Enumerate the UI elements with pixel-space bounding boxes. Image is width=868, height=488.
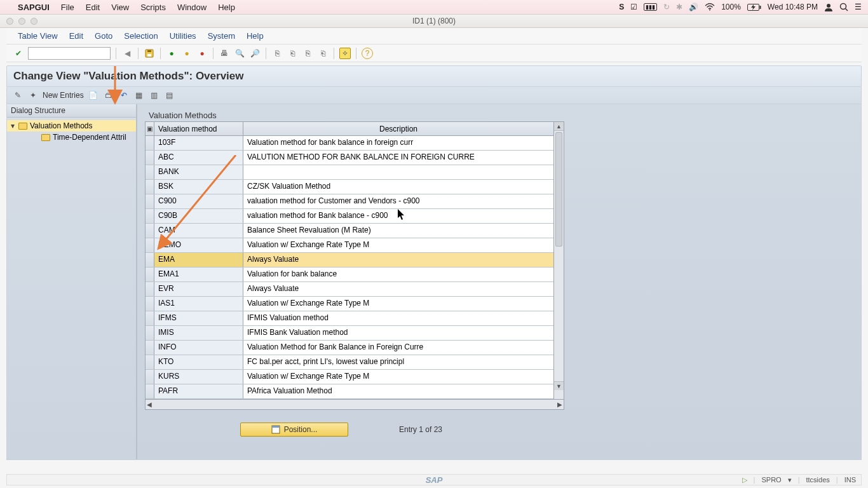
battery-icon[interactable]: [747, 4, 761, 11]
sap-menu-system[interactable]: System: [208, 31, 235, 41]
delete-icon[interactable]: 🗀: [103, 90, 114, 101]
bluetooth-icon[interactable]: ✱: [676, 3, 682, 11]
table-row[interactable]: KURSValuation w/ Exchange Rate Type M: [146, 370, 553, 384]
sap-menu-utilities[interactable]: Utilities: [170, 31, 196, 41]
cell-description[interactable]: Always Valuate: [243, 282, 553, 296]
row-selector[interactable]: [146, 370, 154, 384]
table-row[interactable]: BSKCZ/SK Valuation Method: [146, 180, 553, 194]
cell-description[interactable]: IFMIS Valuation method: [243, 311, 553, 325]
clock[interactable]: Wed 10:48 PM: [768, 3, 818, 11]
mac-menu-scripts[interactable]: Scripts: [140, 3, 166, 12]
row-selector[interactable]: [146, 238, 154, 252]
s-icon[interactable]: S: [619, 3, 624, 11]
cell-description[interactable]: valuation method for Customer and Vendor…: [243, 194, 553, 208]
cell-valuation-method[interactable]: C900: [154, 194, 243, 208]
cell-description[interactable]: IFMIS Bank Valuation method: [243, 326, 553, 340]
tree-node-time-dependent[interactable]: ▸ Time-Dependent Attril: [7, 132, 136, 143]
table-row[interactable]: BANK: [146, 165, 553, 180]
row-selector[interactable]: [146, 282, 154, 296]
ok-code-input[interactable]: [28, 47, 111, 60]
zoom-window-icon[interactable]: [31, 18, 37, 25]
checkbox-icon[interactable]: ☑︎: [630, 3, 637, 11]
row-selector[interactable]: [146, 209, 154, 223]
dropdown-icon[interactable]: ▾: [788, 476, 792, 484]
row-selector[interactable]: [146, 151, 154, 165]
menu-icon[interactable]: ☰: [855, 3, 862, 11]
row-selector[interactable]: [146, 384, 154, 398]
table-row[interactable]: ABCVALUTION METHOD FOR BANK BALANCE IN F…: [146, 151, 553, 165]
mac-menu-window[interactable]: Window: [177, 3, 207, 12]
mac-menu-file[interactable]: File: [61, 3, 74, 12]
cell-description[interactable]: FC bal.per acct, print LI's, lowest valu…: [243, 355, 553, 369]
cell-description[interactable]: VALUTION METHOD FOR BANK BALANCE IN FORE…: [243, 151, 553, 165]
row-selector[interactable]: [146, 253, 154, 267]
help-icon[interactable]: ?: [362, 48, 373, 59]
mac-menu-view[interactable]: View: [111, 3, 129, 12]
status-tcode[interactable]: SPRO: [761, 476, 781, 484]
wifi-icon[interactable]: [705, 3, 715, 11]
cell-valuation-method[interactable]: KURS: [154, 370, 243, 384]
deselect-all-icon[interactable]: ▥: [149, 90, 160, 101]
cell-description[interactable]: Valuation Method for Bank Balance in For…: [243, 341, 553, 355]
window-controls[interactable]: [6, 18, 37, 25]
cell-valuation-method[interactable]: BSK: [154, 180, 243, 194]
table-row[interactable]: DEMOValuation w/ Exchange Rate Type M: [146, 238, 553, 253]
cancel-icon[interactable]: ●: [196, 48, 208, 59]
enter-icon[interactable]: ✔: [13, 48, 24, 59]
exit-icon[interactable]: ●: [181, 48, 193, 59]
cell-description[interactable]: Valuation w/ Exchange Rate Type M: [243, 238, 553, 252]
battery-icon-box[interactable]: ▮▮▮: [644, 3, 657, 11]
mac-menu-help[interactable]: Help: [218, 3, 235, 12]
last-page-icon[interactable]: ⎗: [317, 48, 329, 59]
table-row[interactable]: EVRAlways Valuate: [146, 282, 553, 297]
close-window-icon[interactable]: [6, 18, 13, 25]
cell-valuation-method[interactable]: EMA1: [154, 268, 243, 281]
scroll-down-icon[interactable]: ▼: [554, 381, 564, 390]
table-row[interactable]: IFMSIFMIS Valuation method: [146, 311, 553, 326]
vertical-scrollbar[interactable]: ▲ ▼: [553, 122, 564, 399]
cell-description[interactable]: Valuation for bank balance: [243, 268, 553, 281]
back-icon[interactable]: ◀: [121, 48, 133, 59]
cell-description[interactable]: CZ/SK Valuation Method: [243, 180, 553, 194]
table-row[interactable]: KTOFC bal.per acct, print LI's, lowest v…: [146, 355, 553, 370]
mac-menu-edit[interactable]: Edit: [86, 3, 100, 12]
row-selector[interactable]: [146, 224, 154, 238]
cell-valuation-method[interactable]: PAFR: [154, 384, 243, 398]
cell-description[interactable]: valuation method for Bank balance - c900: [243, 209, 553, 223]
next-page-icon[interactable]: ⎘: [302, 48, 313, 59]
row-selector[interactable]: [146, 355, 154, 369]
app-name[interactable]: SAPGUI: [18, 3, 50, 12]
sap-menu-goto[interactable]: Goto: [95, 31, 112, 41]
sap-menu-selection[interactable]: Selection: [124, 31, 158, 41]
column-header-code[interactable]: Valuation method: [154, 122, 243, 135]
find-next-icon[interactable]: 🔎: [249, 48, 261, 59]
scroll-left-icon[interactable]: ◀: [147, 401, 152, 408]
sap-menu-edit[interactable]: Edit: [69, 31, 83, 41]
cell-valuation-method[interactable]: ABC: [154, 151, 243, 165]
tree-twisty-icon[interactable]: ▾: [10, 121, 16, 130]
table-row[interactable]: CAMBalance Sheet Revaluation (M Rate): [146, 224, 553, 238]
cell-valuation-method[interactable]: C90B: [154, 209, 243, 223]
spotlight-icon[interactable]: [839, 3, 848, 11]
cell-description[interactable]: PAfrica Valuation Method: [243, 384, 553, 398]
cell-description[interactable]: Valuation w/ Exchange Rate Type M: [243, 370, 553, 384]
cell-valuation-method[interactable]: IAS1: [154, 297, 243, 311]
table-row[interactable]: 103FValuation method for bank balance in…: [146, 136, 553, 151]
new-session-icon[interactable]: ✧: [339, 48, 351, 59]
row-selector[interactable]: [146, 268, 154, 281]
horizontal-scrollbar[interactable]: ◀ ▶: [145, 400, 564, 410]
cell-valuation-method[interactable]: DEMO: [154, 238, 243, 252]
cell-description[interactable]: [243, 165, 553, 179]
table-row[interactable]: C90Bvaluation method for Bank balance - …: [146, 209, 553, 224]
table-row[interactable]: EMAAlways Valuate: [146, 253, 553, 268]
cell-description[interactable]: Valuation method for bank balance in for…: [243, 136, 553, 150]
volume-icon[interactable]: 🔊: [689, 3, 698, 11]
table-row[interactable]: IAS1Valuation w/ Exchange Rate Type M: [146, 297, 553, 311]
expand-icon[interactable]: ✦: [27, 90, 39, 101]
cell-description[interactable]: Always Valuate: [243, 253, 553, 267]
cell-valuation-method[interactable]: BANK: [154, 165, 243, 179]
table-row[interactable]: C900valuation method for Customer and Ve…: [146, 194, 553, 209]
cell-description[interactable]: Valuation w/ Exchange Rate Type M: [243, 297, 553, 311]
row-selector[interactable]: [146, 194, 154, 208]
copy-as-icon[interactable]: 📄: [88, 90, 99, 101]
